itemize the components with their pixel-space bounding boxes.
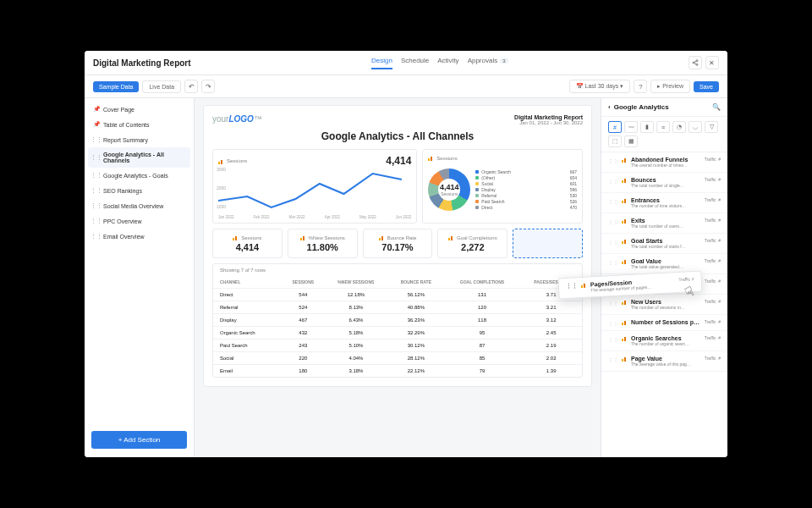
back-icon[interactable]: ‹ <box>608 103 611 111</box>
grip-icon: ⋮⋮ <box>608 336 618 342</box>
grip-icon: ⋮⋮ <box>608 178 618 184</box>
metric-goal-completions[interactable]: Goal Completions2,272 <box>437 229 508 258</box>
table-row[interactable]: Referral5248.13%40.88%1203.21 <box>213 301 582 314</box>
grip-icon: ⋮⋮ <box>608 218 618 224</box>
widget-type-toolbar: # 〰 ▮ ≡ ◔ ◡ ▽ ⬚ ▦ <box>601 117 727 152</box>
nav-email[interactable]: ⋮⋮Email Overview <box>88 229 190 244</box>
preview-button[interactable]: ▸ Preview <box>650 80 690 93</box>
grip-icon: ⋮⋮ <box>93 218 100 224</box>
type-hbar-icon[interactable]: ≡ <box>656 121 670 133</box>
type-line-icon[interactable]: 〰 <box>624 121 638 133</box>
table-row[interactable]: Social2204.04%28.12%852.02 <box>213 352 582 365</box>
sessions-donut-card[interactable]: Sessions 4,414Sessions Organic Search667… <box>422 149 583 224</box>
tab-schedule[interactable]: Schedule <box>401 57 429 69</box>
sessions-line-card[interactable]: Sessions4,414 300020001000 Jan 2022Feb 2… <box>212 149 417 224</box>
ga-icon <box>622 319 628 325</box>
grip-icon: ⋮⋮ <box>608 300 618 306</box>
undo-icon[interactable]: ↶ <box>184 80 198 93</box>
nav-social[interactable]: ⋮⋮Social Media Overview <box>88 198 190 213</box>
type-gauge-icon[interactable]: ◡ <box>689 121 702 133</box>
sidebar: 📌Cover Page 📌Table of Contents ⋮⋮Report … <box>85 98 195 457</box>
metric-item[interactable]: ⋮⋮Page ValueThe average value of this pa… <box>601 351 727 372</box>
grip-icon: ⋮⋮ <box>608 157 618 163</box>
th-new-sessions: %NEW SESSIONS <box>324 276 388 289</box>
grip-icon: ⋮⋮ <box>608 320 618 326</box>
table-row[interactable]: Paid Search2435.10%30.12%872.19 <box>213 340 582 352</box>
metric-item[interactable]: ⋮⋮New UsersThe number of sessions m…Traf… <box>601 295 727 315</box>
metric-item[interactable]: ⋮⋮Number of Sessions p…Traffic # <box>601 315 727 331</box>
table-caption: Showing 7 of 7 rows <box>213 264 582 276</box>
type-map-icon[interactable]: ⬚ <box>608 135 622 147</box>
ga-icon <box>622 197 628 203</box>
sessions-line-chart: 300020001000 Jan 2022Feb 2022Mar 2022Apr… <box>218 167 411 218</box>
sample-data-toggle[interactable]: Sample Data <box>93 81 139 92</box>
canvas: yourLOGO™ Digital Marketing Report Jan 0… <box>195 98 601 457</box>
nav-cover-page[interactable]: 📌Cover Page <box>88 102 190 117</box>
close-icon[interactable]: ✕ <box>705 56 719 69</box>
ga-icon <box>622 157 628 163</box>
metric-new-sessions[interactable]: %New Sessions11.80% <box>288 229 358 258</box>
grip-icon: ⋮⋮ <box>93 172 100 179</box>
tab-activity[interactable]: Activity <box>437 57 458 69</box>
sessions-donut-chart: 4,414Sessions <box>428 168 470 211</box>
th-sessions: SESSIONS <box>283 276 324 289</box>
nav-report-summary[interactable]: ⋮⋮Report Summary <box>88 132 190 147</box>
svg-point-1 <box>693 62 694 64</box>
metric-item[interactable]: ⋮⋮BouncesThe total number of single…Traf… <box>601 173 727 193</box>
metric-sessions[interactable]: Sessions4,414 <box>212 229 283 258</box>
nav-toc[interactable]: 📌Table of Contents <box>88 117 190 132</box>
table-row[interactable]: Email1803.18%22.12%791.39 <box>213 365 582 378</box>
grip-icon: ⋮⋮ <box>93 154 100 161</box>
nav-ga-goals[interactable]: ⋮⋮Google Analytics - Goals <box>88 168 190 183</box>
ga-icon <box>622 335 628 341</box>
ga-icon <box>581 282 587 288</box>
ga-icon <box>379 235 385 240</box>
metric-bounce-rate[interactable]: Bounce Rate70.17% <box>363 229 433 258</box>
metric-item[interactable]: ⋮⋮ExitsThe total number of users…Traffic… <box>601 213 727 234</box>
type-bar-icon[interactable]: ▮ <box>640 121 654 133</box>
date-range-picker[interactable]: 📅 Last 30 days ▾ <box>569 80 631 93</box>
search-icon[interactable]: 🔍 <box>712 103 721 111</box>
metric-item[interactable]: ⋮⋮Organic SearchesThe number of organic … <box>601 331 727 351</box>
metric-item[interactable]: ⋮⋮Goal StartsThe total number of starts … <box>601 234 727 254</box>
pin-icon: 📌 <box>93 106 100 113</box>
metric-item[interactable]: ⋮⋮Abandoned FunnelsThe overall number of… <box>601 152 727 173</box>
ga-icon <box>622 258 628 264</box>
th-channel: CHANNEL <box>213 276 283 289</box>
nav-ppc[interactable]: ⋮⋮PPC Overview <box>88 213 190 229</box>
grip-icon: ⋮⋮ <box>93 233 100 240</box>
tab-design[interactable]: Design <box>371 57 392 69</box>
table-row[interactable]: Organic Search4325.18%32.29%952.45 <box>213 327 582 340</box>
metric-item[interactable]: ⋮⋮EntrancesThe number of time visitors…T… <box>601 193 727 213</box>
grip-icon: ⋮⋮ <box>608 356 618 362</box>
live-data-toggle[interactable]: Live Data <box>142 80 181 93</box>
type-table-icon[interactable]: ▦ <box>624 135 638 147</box>
tab-approvals[interactable]: Approvals3 <box>468 57 508 69</box>
main-tabs: Design Schedule Activity Approvals3 <box>371 57 508 69</box>
add-section-button[interactable]: + Add Section <box>91 431 187 449</box>
table-row[interactable]: Direct54412.18%56.12%1313.71 <box>213 289 582 301</box>
metric-list: ⋮⋮Abandoned FunnelsThe overall number of… <box>601 152 727 457</box>
report-name: Digital Marketing Report <box>514 114 583 120</box>
report-page: yourLOGO™ Digital Marketing Report Jan 0… <box>203 105 592 387</box>
save-button[interactable]: Save <box>694 81 719 92</box>
nav-seo[interactable]: ⋮⋮SEO Rankings <box>88 183 190 198</box>
ga-icon <box>218 158 224 164</box>
redo-icon[interactable]: ↷ <box>201 80 215 93</box>
nav-ga-all-channels[interactable]: ⋮⋮Google Analytics - All Channels <box>88 147 190 168</box>
table-row[interactable]: Display4676.43%36.23%1183.12 <box>213 314 582 327</box>
report-title: Digital Marketing Report <box>93 58 191 68</box>
share-icon[interactable] <box>689 56 702 69</box>
metric-item[interactable]: ⋮⋮Goal ValueThe total value generated…Tr… <box>601 254 727 274</box>
ga-icon <box>622 218 628 224</box>
subbar: Sample Data Live Data ↶ ↷ 📅 Last 30 days… <box>85 75 727 98</box>
type-number-icon[interactable]: # <box>608 121 622 133</box>
drop-target[interactable] <box>513 229 583 258</box>
section-title: Google Analytics - All Channels <box>212 130 583 142</box>
svg-point-2 <box>696 64 698 65</box>
pin-icon: 📌 <box>93 121 100 128</box>
ga-icon <box>622 177 628 183</box>
type-donut-icon[interactable]: ◔ <box>672 121 686 133</box>
type-funnel-icon[interactable]: ▽ <box>705 121 718 133</box>
help-icon[interactable]: ? <box>634 80 647 93</box>
